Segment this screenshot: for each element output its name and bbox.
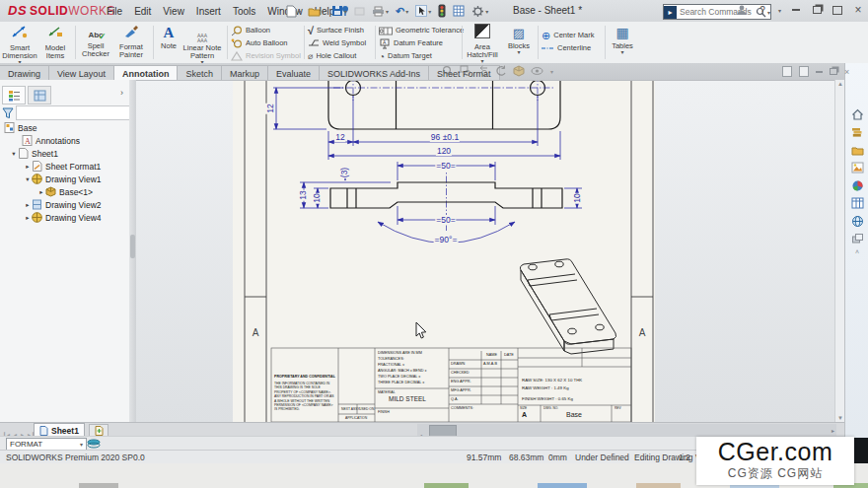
close-button[interactable]: × bbox=[852, 4, 864, 16]
geometric-tolerance-button[interactable]: Geometric Tolerance bbox=[379, 25, 460, 36]
new-document-button[interactable]: ▾ bbox=[284, 2, 303, 20]
taskpane-collapse-caret[interactable]: ˄ bbox=[845, 248, 868, 255]
design-library-icon[interactable] bbox=[849, 124, 865, 140]
minimize-button[interactable] bbox=[790, 4, 802, 16]
search-scope-icon[interactable]: ▸ bbox=[664, 6, 677, 19]
blocks-button[interactable]: ▨ Blocks ▾ bbox=[504, 22, 534, 55]
center-mark-button[interactable]: ⊕Center Mark bbox=[542, 30, 603, 41]
hole-callout-icon: ⌀ bbox=[308, 51, 313, 61]
surface-finish-button[interactable]: √Surface Finish bbox=[308, 25, 373, 36]
dimension-96[interactable]: 96 ±0.1 bbox=[430, 132, 460, 142]
hole-callout-button[interactable]: ⌀Hole Callout bbox=[308, 50, 373, 62]
menu-edit[interactable]: Edit bbox=[128, 3, 157, 20]
select-tool-button[interactable]: ▾ bbox=[413, 2, 433, 20]
panel-splitter[interactable] bbox=[129, 80, 136, 422]
doc-minimize-button[interactable] bbox=[816, 71, 823, 73]
file-explorer-icon[interactable] bbox=[849, 142, 865, 158]
rotate-view-icon[interactable] bbox=[495, 65, 507, 77]
help-caret[interactable]: ▾ bbox=[778, 7, 781, 14]
save-button[interactable]: ▾ bbox=[329, 2, 349, 20]
drawing-view-icon bbox=[32, 174, 42, 184]
datum-target-button[interactable]: ◔Datum Target bbox=[379, 50, 460, 62]
tables-caret[interactable]: ▾ bbox=[608, 50, 637, 55]
restore-button[interactable] bbox=[811, 4, 823, 16]
smart-dimension-button[interactable]: Smart Dimension ▾ bbox=[2, 22, 37, 65]
tree-item-annotations[interactable]: A Annotations bbox=[0, 134, 129, 147]
tree-item-base[interactable]: Base bbox=[0, 121, 129, 134]
menu-insert[interactable]: Insert bbox=[190, 3, 227, 20]
tree-item-base1[interactable]: ▸ Base<1> bbox=[0, 185, 129, 198]
options-button[interactable]: ▾ bbox=[470, 2, 490, 20]
expand-arrow-collapsed[interactable]: ▸ bbox=[24, 214, 32, 222]
expand-arrow-expanded[interactable]: ▾ bbox=[24, 175, 32, 183]
view-palette-icon[interactable] bbox=[849, 160, 865, 175]
tree-item-sheet-format1[interactable]: ▸ Sheet Format1 bbox=[0, 160, 129, 173]
panel-flyout-arrow[interactable]: › bbox=[120, 88, 123, 98]
dimension-10-left[interactable]: 10 bbox=[312, 192, 322, 203]
dimension-50-top[interactable]: =50= bbox=[435, 161, 456, 171]
maximize-button[interactable] bbox=[832, 4, 843, 16]
dimension-50-bottom[interactable]: =50= bbox=[435, 215, 456, 225]
user-account-icon[interactable] bbox=[736, 4, 748, 16]
custom-properties-icon[interactable] bbox=[849, 195, 865, 211]
menu-tools[interactable]: Tools bbox=[227, 3, 261, 20]
linear-note-pattern-button[interactable]: AAAAAA Linear Note Pattern ▾ bbox=[181, 22, 223, 65]
3d-drawing-view-icon[interactable] bbox=[513, 65, 525, 77]
rebuild-button[interactable] bbox=[436, 2, 448, 20]
doc-restore-button[interactable] bbox=[830, 68, 837, 75]
forum-globe-icon[interactable] bbox=[849, 213, 865, 229]
dimension-10-right[interactable]: 10 bbox=[572, 192, 582, 203]
expand-arrow-expanded[interactable]: ▾ bbox=[10, 150, 18, 158]
expand-arrow-collapsed[interactable]: ▸ bbox=[24, 163, 32, 171]
zoom-area-icon[interactable] bbox=[460, 65, 471, 77]
doc-tab-icon-1[interactable] bbox=[782, 66, 792, 77]
help-button[interactable]: ? bbox=[757, 4, 768, 16]
doc-close-button[interactable]: × bbox=[844, 67, 849, 77]
tree-item-drawing-view4[interactable]: ▸ Drawing View4 bbox=[0, 211, 129, 224]
layer-properties-icon[interactable] bbox=[87, 439, 101, 449]
tree-filter-input[interactable] bbox=[16, 105, 130, 120]
spell-checker-button[interactable]: Abc✓ Spell Checker bbox=[78, 22, 113, 58]
dimension-90-degrees[interactable]: =90°= bbox=[434, 235, 459, 244]
view-settings-icon[interactable] bbox=[531, 66, 543, 76]
doc-tab-icon-2[interactable] bbox=[799, 66, 809, 77]
centerline-button[interactable]: Centerline bbox=[542, 42, 603, 54]
dimension-12-horizontal[interactable]: 12 bbox=[334, 132, 345, 142]
appearances-icon[interactable] bbox=[849, 177, 865, 193]
menu-file[interactable]: File bbox=[101, 3, 128, 20]
horizontal-scrollbar[interactable]: ◂ ▸ bbox=[417, 424, 836, 436]
model-items-button[interactable]: Model Items bbox=[37, 22, 73, 60]
share-icon[interactable] bbox=[849, 231, 865, 246]
tree-item-sheet1[interactable]: ▾ Sheet1 bbox=[0, 147, 129, 160]
dimension-12-vertical[interactable]: 12 bbox=[265, 103, 275, 113]
blocks-caret[interactable]: ▾ bbox=[504, 50, 534, 55]
display-pane-tab[interactable] bbox=[28, 86, 51, 105]
open-button[interactable]: ▾ bbox=[306, 2, 326, 20]
note-button[interactable]: A Note bbox=[156, 22, 181, 50]
splitter-grip[interactable] bbox=[130, 235, 135, 258]
dimension-3[interactable]: (3) bbox=[339, 167, 349, 178]
dimension-13[interactable]: 13 bbox=[298, 189, 308, 200]
drawing-viewport[interactable]: A A 12 12 96 ±0.1 120 =50= (3) 13 10 =50… bbox=[136, 80, 836, 423]
tree-item-drawing-view1[interactable]: ▾ Drawing View1 bbox=[0, 173, 129, 185]
zoom-fit-icon[interactable] bbox=[442, 65, 454, 77]
area-hatch-fill-button[interactable]: Area Hatch/Fill ▾ bbox=[465, 22, 500, 64]
previous-view-icon[interactable] bbox=[477, 65, 489, 77]
feature-manager-tab[interactable] bbox=[2, 86, 26, 105]
weld-symbol-button[interactable]: Weld Symbol bbox=[308, 37, 373, 49]
expand-arrow-collapsed[interactable]: ▸ bbox=[24, 201, 32, 209]
auto-balloon-button[interactable]: Auto Balloon bbox=[231, 37, 302, 49]
menu-view[interactable]: View bbox=[157, 3, 190, 20]
view-settings-caret[interactable]: ▾ bbox=[550, 68, 553, 75]
print-button[interactable]: ▾ bbox=[370, 2, 391, 20]
home-icon[interactable] bbox=[849, 106, 865, 122]
balloon-button[interactable]: Balloon bbox=[231, 25, 302, 36]
undo-button[interactable]: ↶▾ bbox=[394, 2, 410, 20]
tree-item-drawing-view2[interactable]: ▸ Drawing View2 bbox=[0, 198, 129, 211]
datum-feature-button[interactable]: ADatum Feature bbox=[379, 37, 460, 49]
sheet-properties-button[interactable] bbox=[451, 2, 467, 20]
expand-arrow-collapsed[interactable]: ▸ bbox=[37, 188, 45, 196]
dimension-120[interactable]: 120 bbox=[436, 146, 452, 156]
tables-button[interactable]: ▦ Tables ▾ bbox=[608, 22, 637, 55]
format-painter-button[interactable]: Format Painter bbox=[113, 22, 149, 59]
